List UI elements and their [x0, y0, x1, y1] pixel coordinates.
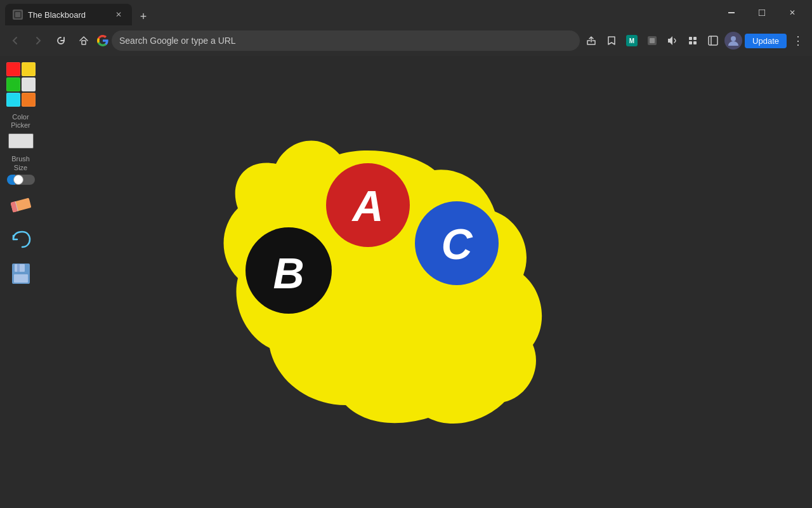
reload-button[interactable] [51, 30, 71, 51]
google-icon [96, 34, 109, 47]
color-swatch-white[interactable] [22, 77, 36, 91]
drawing-canvas: A B C [41, 56, 812, 508]
nav-bar: Search Google or type a URL M [0, 25, 812, 56]
brush-size-label: BrushSize [11, 155, 30, 171]
browser-frame: The Blackboard ✕ + ✕ [0, 0, 812, 508]
svg-rect-13 [709, 36, 717, 45]
color-swatch-orange[interactable] [22, 93, 36, 107]
extensions-button[interactable] [684, 32, 702, 50]
brush-section: BrushSize [7, 155, 35, 184]
svg-rect-11 [689, 41, 692, 44]
svg-text:M: M [629, 37, 634, 44]
bookmark-button[interactable] [603, 32, 620, 50]
toolbar: ColorPicker BrushSize [0, 56, 41, 508]
maximize-button[interactable] [747, 3, 776, 23]
svg-rect-8 [650, 38, 655, 43]
share-button[interactable] [582, 32, 600, 50]
svg-rect-2 [728, 12, 735, 13]
home-button[interactable] [74, 30, 94, 51]
canvas-area[interactable]: A B C [41, 56, 812, 508]
address-text: Search Google or type a URL [119, 36, 572, 46]
address-bar[interactable]: Search Google or type a URL [112, 30, 580, 51]
menu-button[interactable]: ⋮ [789, 32, 807, 50]
svg-rect-22 [14, 274, 28, 283]
close-button[interactable]: ✕ [778, 3, 807, 23]
svg-rect-21 [17, 264, 20, 272]
window-controls: ✕ [717, 3, 807, 23]
color-picker-section: ColorPicker [8, 113, 34, 149]
content-area: ColorPicker BrushSize [0, 56, 812, 508]
color-picker-input[interactable] [8, 133, 34, 149]
forward-button[interactable] [28, 30, 48, 51]
minimize-button[interactable] [717, 3, 746, 23]
new-tab-button[interactable]: + [134, 8, 152, 25]
profile-button[interactable] [724, 32, 742, 50]
tab-bar: The Blackboard ✕ + [5, 0, 717, 25]
circle-c-letter: C [441, 220, 473, 268]
mute-icon[interactable] [664, 32, 681, 50]
color-palette [6, 62, 36, 107]
color-swatch-green[interactable] [6, 77, 20, 91]
color-swatch-red[interactable] [6, 62, 20, 76]
sidebar-toggle[interactable] [704, 32, 722, 50]
extension-icon-2[interactable] [643, 32, 661, 50]
brush-size-slider[interactable] [7, 175, 35, 185]
color-swatch-cyan[interactable] [6, 93, 20, 107]
svg-rect-10 [693, 37, 697, 40]
svg-rect-4 [82, 41, 86, 44]
undo-tool[interactable] [7, 225, 35, 253]
svg-rect-3 [759, 10, 765, 16]
tab-title: The Blackboard [28, 10, 108, 20]
back-button[interactable] [5, 30, 25, 51]
color-swatch-yellow[interactable] [22, 62, 36, 76]
color-picker-label: ColorPicker [11, 113, 30, 130]
circle-a-letter: A [351, 182, 383, 230]
tab-favicon [13, 10, 23, 20]
active-tab[interactable]: The Blackboard ✕ [5, 4, 132, 25]
eraser-tool[interactable] [7, 191, 35, 219]
svg-point-15 [731, 36, 736, 41]
svg-rect-1 [15, 12, 20, 17]
tab-close-button[interactable]: ✕ [113, 9, 124, 20]
title-bar: The Blackboard ✕ + ✕ [0, 0, 812, 25]
google-meet-icon[interactable]: M [623, 32, 641, 50]
save-tool[interactable] [7, 260, 35, 288]
update-button[interactable]: Update [745, 34, 787, 48]
svg-rect-12 [693, 41, 697, 44]
svg-rect-9 [689, 37, 692, 40]
circle-b-letter: B [273, 249, 304, 297]
nav-actions: M Update ⋮ [582, 32, 807, 50]
